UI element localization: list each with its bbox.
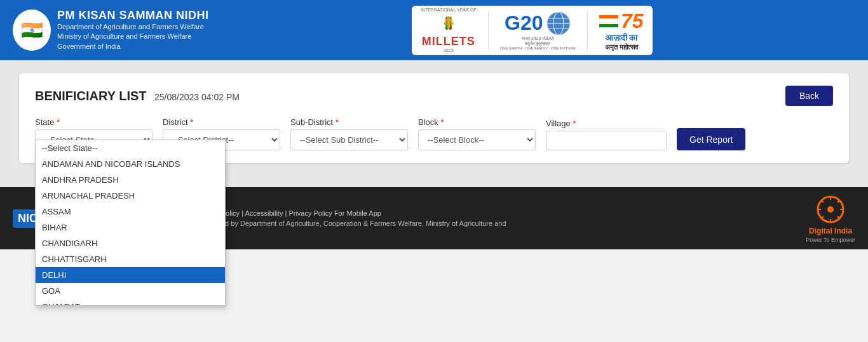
- divider2: [587, 11, 588, 49]
- dropdown-item[interactable]: --Select State--: [36, 140, 225, 156]
- g20-globe-icon: [546, 11, 571, 36]
- main-card: BENIFICIARY LIST 25/08/2023 04:02 PM Bac…: [19, 73, 849, 163]
- svg-point-4: [445, 18, 448, 21]
- millets-year-label: INTERNATIONAL YEAR OF: [421, 8, 477, 12]
- g20-sub1: भारत 2023 INDIA: [522, 36, 554, 41]
- village-group: Village *: [546, 119, 667, 150]
- site-title: PM KISAN SAMMAN NIDHI: [57, 9, 209, 22]
- card-header: BENIFICIARY LIST 25/08/2023 04:02 PM Bac…: [35, 86, 833, 106]
- govt-line: Government of India: [57, 42, 209, 51]
- dropdown-item[interactable]: GOA: [36, 283, 225, 299]
- g20-label: G20: [505, 11, 543, 35]
- svg-point-5: [449, 18, 452, 21]
- g20-banner: G20 भारत 2023 INDIA वसुधैव कुटुम्बकम ONE…: [500, 11, 576, 50]
- accessibility-link[interactable]: Accessibility: [245, 209, 283, 217]
- svg-line-20: [821, 200, 824, 202]
- svg-point-15: [827, 206, 834, 213]
- azadi-banner: 75 आज़ादी का अमृत महोत्सव: [599, 10, 644, 51]
- state-dropdown-list[interactable]: --Select State--ANDAMAN AND NICOBAR ISLA…: [36, 140, 225, 305]
- header-logo: 🇮🇳 PM KISAN SAMMAN NIDHI Department of A…: [13, 9, 209, 51]
- header: 🇮🇳 PM KISAN SAMMAN NIDHI Department of A…: [0, 0, 868, 60]
- svg-line-21: [837, 216, 840, 219]
- digital-india-label: Digital India: [809, 227, 852, 235]
- digital-india-sub: Power To Empower: [806, 237, 855, 243]
- svg-point-7: [451, 22, 454, 25]
- dropdown-item[interactable]: GUJARAT: [36, 299, 225, 305]
- dropdown-item[interactable]: ANDAMAN AND NICOBAR ISLANDS: [36, 156, 225, 172]
- village-label: Village *: [546, 119, 667, 128]
- g20-sub2: वसुधैव कुटुम्बकम: [525, 41, 550, 46]
- title-text: BENIFICIARY LIST: [35, 89, 147, 103]
- millets-label: MILLETS: [422, 35, 475, 48]
- page-title: BENIFICIARY LIST 25/08/2023 04:02 PM: [35, 89, 240, 103]
- banner: INTERNATIONAL YEAR OF MILLETS 2023 G20: [412, 6, 653, 55]
- g20-sub3: ONE EARTH · ONE FAMILY · ONE FUTURE: [500, 46, 576, 50]
- dropdown-item[interactable]: CHHATTISGARH: [36, 251, 225, 267]
- millets-number: 2023: [444, 48, 454, 53]
- g20-logo: G20: [505, 11, 571, 36]
- dropdown-item[interactable]: CHANDIGARH: [36, 235, 225, 251]
- svg-point-6: [444, 22, 447, 25]
- dropdown-item[interactable]: ASSAM: [36, 204, 225, 220]
- digital-india: Digital India Power To Empower: [806, 194, 855, 243]
- subdistrict-group: Sub-District * --Select Sub District--: [290, 117, 408, 150]
- block-select[interactable]: --Select Block--: [418, 129, 536, 150]
- district-label: District *: [163, 117, 280, 127]
- svg-line-22: [837, 200, 840, 202]
- state-label: State *: [35, 117, 153, 127]
- state-dropdown[interactable]: --Select State--ANDAMAN AND NICOBAR ISLA…: [35, 140, 226, 306]
- block-label: Block *: [418, 117, 536, 127]
- svg-point-3: [447, 16, 450, 19]
- digital-india-icon: [815, 194, 846, 225]
- get-report-button[interactable]: Get Report: [677, 128, 745, 150]
- millets-icon: [437, 12, 460, 35]
- dept-line2: Ministry of Agriculture and Farmers Welf…: [57, 32, 209, 41]
- dropdown-item[interactable]: BIHAR: [36, 220, 225, 235]
- divider1: [488, 11, 489, 49]
- azadi-line1: आज़ादी का: [606, 33, 638, 43]
- dropdown-item[interactable]: ARUNACHAL PRADESH: [36, 188, 225, 204]
- village-input[interactable]: [546, 131, 667, 150]
- back-button[interactable]: Back: [785, 86, 833, 106]
- dept-line1: Department of Agriculture and Farmers We…: [57, 22, 209, 32]
- azadi-number: 75: [621, 10, 644, 32]
- azadi-line2: अमृत महोत्सव: [605, 43, 638, 51]
- content-area: BENIFICIARY LIST 25/08/2023 04:02 PM Bac…: [0, 60, 868, 187]
- header-text: PM KISAN SAMMAN NIDHI Department of Agri…: [57, 9, 209, 51]
- millets-banner: INTERNATIONAL YEAR OF MILLETS 2023: [421, 8, 477, 53]
- block-group: Block * --Select Block--: [418, 117, 536, 150]
- emblem-icon: 🇮🇳: [13, 10, 51, 51]
- dropdown-item[interactable]: ANDHRA PRADESH: [36, 172, 225, 188]
- svg-line-23: [821, 216, 824, 219]
- dropdown-item[interactable]: DELHI: [36, 267, 225, 283]
- privacy-policy-link[interactable]: Privacy Policy For Mobile App: [288, 209, 381, 217]
- timestamp: 25/08/2023 04:02 PM: [154, 92, 240, 102]
- subdistrict-label: Sub-District *: [290, 117, 408, 127]
- subdistrict-select[interactable]: --Select Sub District--: [290, 129, 408, 150]
